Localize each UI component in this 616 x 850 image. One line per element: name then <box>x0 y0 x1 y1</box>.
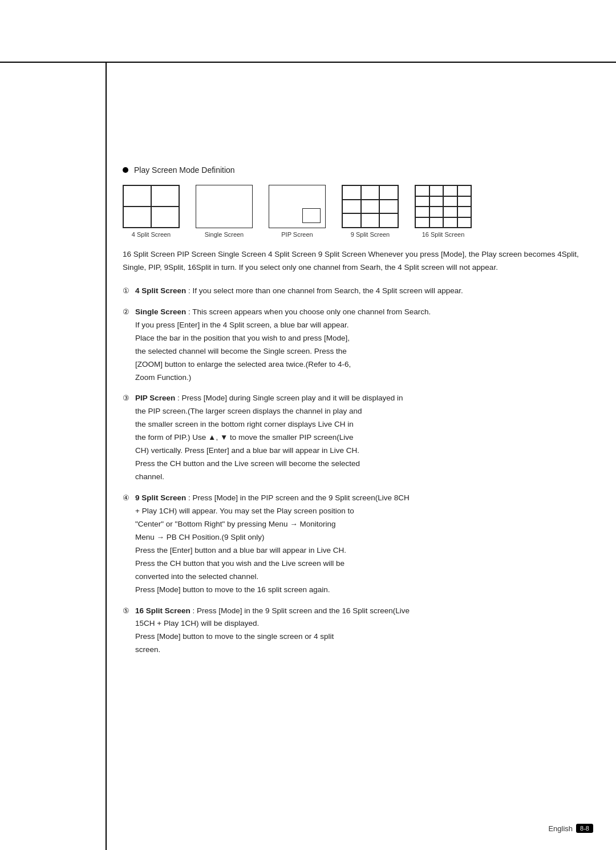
item-3-label: PIP Screen <box>135 394 175 402</box>
page-number: 8-8 <box>576 824 593 833</box>
item-3-text: Press [Mode] during Single screen play a… <box>135 394 403 481</box>
section-title: Play Screen Mode Definition <box>123 165 593 175</box>
item-5-sep: : <box>191 606 197 615</box>
split4-cell <box>151 185 179 207</box>
split9-cell <box>342 185 361 200</box>
split16-label: 16 Split Screen <box>422 231 465 238</box>
diagram-pip: PIP Screen <box>269 185 326 238</box>
bullet-icon <box>123 167 128 173</box>
item-1-content: 4 Split Screen : If you select more than… <box>135 285 593 298</box>
split16-cell <box>429 196 444 207</box>
split16-cell <box>429 217 444 228</box>
item-2-sep: : <box>186 307 192 316</box>
split9-cell <box>361 185 380 200</box>
item-1-num: ① <box>123 285 135 298</box>
split4-cell <box>123 207 151 228</box>
split16-cell <box>457 185 472 196</box>
split16-box <box>415 185 472 228</box>
split16-cell <box>457 207 472 217</box>
split16-cell <box>429 207 444 217</box>
split9-cell <box>342 200 361 214</box>
item-3: ③ PIP Screen : Press [Mode] during Singl… <box>123 392 593 484</box>
item-5-num: ⑤ <box>123 605 135 617</box>
split4-cell <box>151 207 179 228</box>
split9-cell <box>379 185 398 200</box>
item-2-num: ② <box>123 306 135 318</box>
split16-cell <box>443 196 457 207</box>
split9-box <box>342 185 399 228</box>
footer-language: English <box>548 824 573 833</box>
split16-cell <box>443 217 457 228</box>
item-4-content: 9 Split Screen : Press [Mode] in the PIP… <box>135 492 593 597</box>
item-2: ② Single Screen : This screen appears wh… <box>123 306 593 384</box>
diagrams-row: 4 Split Screen Single Screen PIP Screen <box>123 185 593 238</box>
single-box <box>196 185 253 228</box>
diagram-single: Single Screen <box>196 185 253 238</box>
item-2-content: Single Screen : This screen appears when… <box>135 306 593 384</box>
split4-label: 4 Split Screen <box>132 231 171 238</box>
split16-cell <box>457 196 472 207</box>
footer: English 8-8 <box>548 824 593 833</box>
pip-box <box>269 185 326 228</box>
item-2-text: This screen appears when you choose only… <box>135 307 431 382</box>
left-bar <box>106 62 107 850</box>
item-3-sep: : <box>175 394 181 402</box>
split4-cell <box>123 185 151 207</box>
item-4: ④ 9 Split Screen : Press [Mode] in the P… <box>123 492 593 597</box>
page-border-top <box>0 62 616 63</box>
content: Play Screen Mode Definition 4 Split Scre… <box>123 74 593 827</box>
split9-label: 9 Split Screen <box>351 231 390 238</box>
split9-cell <box>379 200 398 214</box>
split9-cell <box>379 213 398 228</box>
diagram-9split: 9 Split Screen <box>342 185 399 238</box>
main-description: 16 Split Screen PIP Screen Single Screen… <box>123 248 593 274</box>
single-label: Single Screen <box>205 231 244 238</box>
item-2-label: Single Screen <box>135 307 186 316</box>
split4-box <box>123 185 180 228</box>
item-1: ① 4 Split Screen : If you select more th… <box>123 285 593 298</box>
split9-cell <box>361 213 380 228</box>
item-1-label: 4 Split Screen <box>135 286 186 295</box>
split9-grid <box>342 185 398 228</box>
split16-cell <box>443 207 457 217</box>
split16-cell <box>443 185 457 196</box>
split16-cell <box>415 196 429 207</box>
pip-small-box <box>302 208 321 223</box>
item-4-text: Press [Mode] in the PIP screen and the 9… <box>135 493 410 594</box>
item-1-sep: : <box>186 286 192 295</box>
item-4-num: ④ <box>123 492 135 504</box>
split16-cell <box>415 217 429 228</box>
item-4-sep: : <box>186 493 192 502</box>
pip-label: PIP Screen <box>281 231 313 238</box>
split9-cell <box>342 213 361 228</box>
split9-cell <box>361 200 380 214</box>
item-5: ⑤ 16 Split Screen : Press [Mode] in the … <box>123 605 593 657</box>
section-title-text: Play Screen Mode Definition <box>134 165 235 175</box>
split16-cell <box>457 217 472 228</box>
split16-cell <box>429 185 444 196</box>
diagram-4split: 4 Split Screen <box>123 185 180 238</box>
item-3-content: PIP Screen : Press [Mode] during Single … <box>135 392 593 484</box>
split16-cell <box>415 207 429 217</box>
item-1-text: If you select more than one channel from… <box>193 286 463 295</box>
item-4-label: 9 Split Screen <box>135 493 186 502</box>
item-5-label: 16 Split Screen <box>135 606 191 615</box>
split4-grid <box>123 185 179 228</box>
diagram-16split: 16 Split Screen <box>415 185 472 238</box>
item-3-num: ③ <box>123 392 135 404</box>
split16-grid <box>415 185 471 228</box>
item-5-content: 16 Split Screen : Press [Mode] in the 9 … <box>135 605 593 657</box>
split16-cell <box>415 185 429 196</box>
